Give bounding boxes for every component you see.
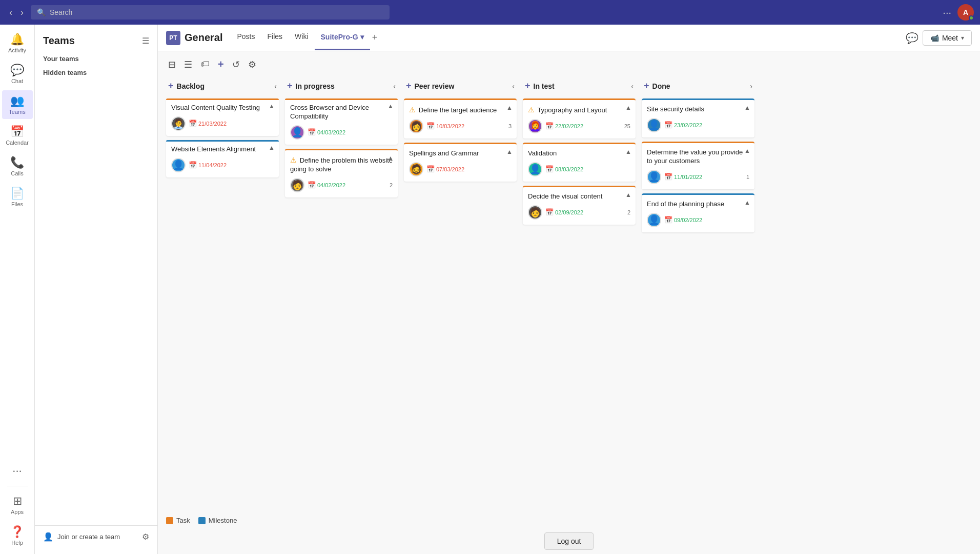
column-add-done[interactable]: + bbox=[644, 81, 649, 91]
card-avatar: 🧔 bbox=[409, 162, 423, 176]
sidebar-item-teams[interactable]: 👥 Teams bbox=[2, 90, 33, 119]
sidebar-item-label-activity: Activity bbox=[8, 47, 26, 53]
card-expand-icon[interactable]: ▲ bbox=[269, 144, 275, 151]
card-footer: 🧔 📅 07/03/2022 bbox=[409, 162, 512, 176]
sidebar-item-label-calendar: Calendar bbox=[6, 140, 29, 146]
card-cross-browser[interactable]: ▲ Cross Browser and Device Compatibility… bbox=[285, 98, 398, 145]
channel-avatar: PT bbox=[166, 31, 180, 45]
refresh-icon[interactable]: ↺ bbox=[230, 57, 242, 72]
column-chevron-backlog[interactable]: ‹ bbox=[274, 82, 277, 90]
card-determine-value[interactable]: ▲ Determine the value you provide to you… bbox=[642, 142, 754, 189]
date-value: 11/04/2022 bbox=[198, 162, 227, 168]
column-chevron-intest[interactable]: ‹ bbox=[631, 82, 634, 90]
date-value: 21/03/2022 bbox=[198, 121, 227, 127]
card-expand-icon[interactable]: ▲ bbox=[387, 103, 394, 110]
sidebar-item-activity[interactable]: 🔔 Activity bbox=[2, 29, 33, 57]
column-add-inprogress[interactable]: + bbox=[287, 81, 293, 91]
sidebar-item-calls[interactable]: 📞 Calls bbox=[2, 152, 33, 181]
meet-button[interactable]: 📹 Meet ▾ bbox=[923, 30, 972, 46]
channel-chat-icon[interactable]: 💬 bbox=[906, 32, 918, 44]
card-typography[interactable]: ▲ ⚠ Typography and Layout 👩‍🦰 📅 22/02/20… bbox=[523, 98, 636, 138]
column-chevron-done[interactable]: › bbox=[750, 82, 752, 90]
card-expand-icon[interactable]: ▲ bbox=[269, 103, 275, 110]
user-avatar[interactable]: A bbox=[957, 4, 974, 21]
card-expand-icon[interactable]: ▲ bbox=[744, 104, 750, 111]
date-value: 08/03/2022 bbox=[555, 166, 583, 172]
column-add-intest[interactable]: + bbox=[525, 81, 530, 91]
more-options-icon[interactable]: ··· bbox=[943, 7, 951, 18]
card-spellings[interactable]: ▲ Spellings and Grammar 🧔 📅 07/03/2022 bbox=[404, 143, 517, 182]
forward-button[interactable]: › bbox=[17, 5, 27, 20]
column-chevron-inprogress[interactable]: ‹ bbox=[393, 82, 396, 90]
sidebar-item-calendar[interactable]: 📅 Calendar bbox=[2, 121, 33, 150]
calendar-icon: 📅 bbox=[545, 122, 554, 130]
card-avatar: 👩‍🦰 bbox=[528, 119, 542, 133]
card-define-target[interactable]: ▲ ⚠ Define the target audience 👩 📅 10/03… bbox=[404, 98, 517, 138]
date-value: 10/03/2022 bbox=[436, 123, 464, 129]
card-date: 📅 11/04/2022 bbox=[189, 161, 227, 169]
sidebar-item-help[interactable]: ❓ Help bbox=[2, 521, 33, 550]
filter-icon[interactable]: ⊟ bbox=[166, 57, 178, 72]
card-expand-icon[interactable]: ▲ bbox=[387, 154, 394, 162]
teams-settings-icon[interactable]: ⚙ bbox=[142, 532, 149, 542]
card-site-security[interactable]: ▲ Site security details 👤 📅 23/02/2022 bbox=[642, 98, 754, 137]
card-visual-content-quality[interactable]: ▲ Visual Content Quality Testing 🧑‍💼 📅 2… bbox=[166, 98, 279, 136]
legend-task-label: Task bbox=[176, 517, 190, 524]
card-decide-visual[interactable]: ▲ Decide the visual content 🧑 📅 02/09/20… bbox=[523, 186, 636, 225]
tab-files[interactable]: Files bbox=[261, 25, 289, 50]
card-title: Cross Browser and Device Compatibility bbox=[290, 104, 393, 121]
sidebar-item-chat[interactable]: 💬 Chat bbox=[2, 60, 33, 88]
date-value: 04/03/2022 bbox=[317, 129, 345, 135]
column-done: + Done › ▲ Site security details 👤 📅 23/… bbox=[642, 77, 754, 232]
card-title: Determine the value you provide to your … bbox=[647, 148, 749, 166]
teams-panel-menu-icon[interactable]: ☰ bbox=[142, 36, 149, 46]
calls-icon: 📞 bbox=[10, 156, 24, 169]
card-count: 1 bbox=[746, 174, 749, 180]
search-input[interactable] bbox=[50, 8, 383, 16]
chat-icon: 💬 bbox=[10, 64, 24, 77]
card-title: ⚠ Define the target audience bbox=[409, 105, 512, 115]
card-date: 📅 04/02/2022 bbox=[308, 181, 345, 189]
search-bar[interactable]: 🔍 bbox=[31, 5, 390, 19]
sidebar-item-label-teams: Teams bbox=[9, 109, 25, 115]
sidebar-item-files[interactable]: 📄 Files bbox=[2, 183, 33, 211]
card-expand-icon[interactable]: ▲ bbox=[744, 147, 750, 154]
online-indicator bbox=[969, 15, 974, 21]
card-expand-icon[interactable]: ▲ bbox=[744, 199, 750, 206]
column-title-done: Done bbox=[652, 82, 747, 90]
settings-icon[interactable]: ⚙ bbox=[246, 57, 258, 72]
column-header-done: + Done › bbox=[642, 77, 754, 94]
sidebar-item-apps[interactable]: ⊞ Apps bbox=[2, 490, 33, 519]
tab-suitepro[interactable]: SuitePro-G ▾ bbox=[315, 25, 370, 50]
card-expand-icon[interactable]: ▲ bbox=[625, 148, 631, 155]
card-avatar: 👤 bbox=[528, 162, 542, 176]
card-expand-icon[interactable]: ▲ bbox=[625, 191, 631, 199]
column-add-backlog[interactable]: + bbox=[168, 81, 174, 91]
tab-posts[interactable]: Posts bbox=[231, 25, 261, 50]
card-avatar: 👤 bbox=[171, 158, 186, 172]
tab-wiki[interactable]: Wiki bbox=[289, 25, 314, 50]
card-expand-icon[interactable]: ▲ bbox=[625, 104, 631, 111]
card-border-orange bbox=[285, 98, 398, 100]
join-team-link[interactable]: Join or create a team bbox=[57, 533, 138, 541]
sidebar-item-more[interactable]: ··· bbox=[2, 460, 33, 482]
back-button[interactable]: ‹ bbox=[6, 5, 15, 20]
calendar-icon: 📅 bbox=[545, 165, 554, 173]
app-body: 🔔 Activity 💬 Chat 👥 Teams 📅 Calendar 📞 C… bbox=[0, 25, 980, 554]
list-view-icon[interactable]: ☰ bbox=[182, 57, 194, 72]
add-tab-button[interactable]: + bbox=[370, 25, 380, 50]
card-footer: 👤 📅 04/03/2022 bbox=[290, 125, 393, 140]
column-chevron-peerreview[interactable]: ‹ bbox=[512, 82, 515, 90]
card-end-planning[interactable]: ▲ End of the planning phase 👤 📅 09/02/20… bbox=[642, 193, 754, 232]
card-expand-icon[interactable]: ▲ bbox=[506, 148, 513, 155]
card-expand-icon[interactable]: ▲ bbox=[506, 104, 513, 111]
tag-icon[interactable]: 🏷 bbox=[198, 57, 212, 72]
column-add-peerreview[interactable]: + bbox=[406, 81, 412, 91]
card-define-problem[interactable]: ▲ ⚠ Define the problem this website goin… bbox=[285, 149, 398, 197]
add-icon[interactable]: + bbox=[216, 56, 226, 72]
card-validation[interactable]: ▲ Validation 👤 📅 08/03/2022 bbox=[523, 143, 636, 182]
column-title-inprogress: In progress bbox=[296, 82, 391, 90]
card-website-elements[interactable]: ▲ Website Elements Alignment 👤 📅 11/04/2… bbox=[166, 140, 279, 177]
teams-panel-header: Teams ☰ bbox=[35, 31, 157, 51]
logout-button[interactable]: Log out bbox=[544, 532, 594, 550]
